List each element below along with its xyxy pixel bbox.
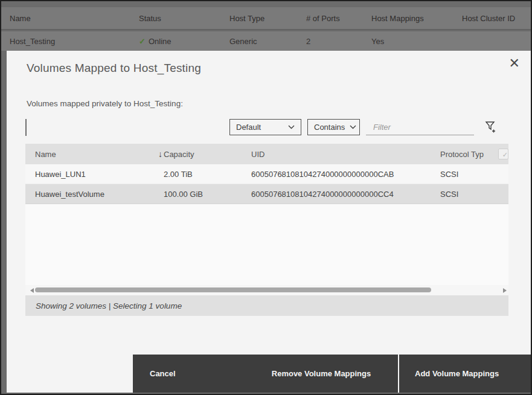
- host-name: Host_Testing: [10, 37, 55, 46]
- check-icon: ✓: [139, 37, 146, 46]
- host-ports: 2: [306, 37, 310, 46]
- cancel-button[interactable]: Cancel: [133, 355, 229, 393]
- scrollbar-thumb[interactable]: [35, 287, 431, 292]
- add-filter-icon[interactable]: [484, 120, 498, 134]
- chevron-down-icon: [350, 125, 356, 129]
- volume-capacity: 100.00 GiB: [164, 190, 251, 199]
- volumes-col-capacity[interactable]: Capacity: [164, 150, 251, 159]
- volume-name: Huawei_testVolume: [25, 190, 164, 199]
- hosts-col-ports[interactable]: # of Ports: [306, 14, 340, 23]
- volume-name: Huawei_LUN1: [25, 170, 164, 179]
- hosts-col-host-mappings[interactable]: Host Mappings: [371, 14, 424, 23]
- hosts-col-host-type[interactable]: Host Type: [229, 14, 264, 23]
- host-mappings: Yes: [371, 37, 384, 46]
- hosts-col-name[interactable]: Name: [10, 14, 31, 23]
- volume-protocol: SCSI: [440, 170, 508, 179]
- toolbar-divider: [25, 119, 27, 136]
- scroll-left-icon[interactable]: [30, 288, 34, 293]
- filter-scope-value: Default: [236, 123, 261, 132]
- close-icon[interactable]: ✕: [507, 54, 522, 72]
- volume-capacity: 2.00 TiB: [164, 170, 251, 179]
- volumes-table: Name ↓ Capacity UID Protocol Typ ✓ Huawe…: [25, 144, 508, 316]
- filter-input[interactable]: [366, 119, 474, 135]
- volumes-table-body: Huawei_LUN1 2.00 TiB 6005076810810427400…: [25, 164, 508, 285]
- horizontal-scrollbar[interactable]: [25, 285, 508, 295]
- scroll-right-icon[interactable]: [503, 288, 507, 293]
- host-status-label: Online: [149, 37, 171, 46]
- host-status: ✓Online: [139, 37, 171, 46]
- filter-match-value: Contains: [314, 123, 345, 132]
- volumes-table-header: Name ↓ Capacity UID Protocol Typ ✓: [25, 144, 508, 164]
- volume-uid: 60050768108104274000000000000CC4: [251, 190, 440, 199]
- host-row-host-testing[interactable]: Host_Testing ✓Online Generic 2 Yes: [1, 31, 531, 51]
- hosts-table-header: Name Status Host Type # of Ports Host Ma…: [1, 7, 531, 30]
- dialog-title: Volumes Mapped to Host_Testing: [27, 62, 201, 75]
- dialog-description: Volumes mapped privately to Host_Testing…: [27, 99, 183, 108]
- filter-match-dropdown[interactable]: Contains: [307, 119, 360, 135]
- volume-row[interactable]: Huawei_LUN1 2.00 TiB 6005076810810427400…: [25, 164, 508, 184]
- volumes-col-name-label: Name: [35, 150, 56, 159]
- dialog-footer: Cancel Remove Volume Mappings Add Volume…: [133, 355, 531, 393]
- chevron-down-icon: [288, 125, 295, 129]
- column-settings-icon[interactable]: ✓: [498, 149, 508, 159]
- filter-scope-dropdown[interactable]: Default: [229, 119, 301, 135]
- add-volume-mappings-button[interactable]: Add Volume Mappings: [399, 355, 531, 393]
- hosts-col-status[interactable]: Status: [139, 14, 161, 23]
- volume-uid: 60050768108104274000000000000CAB: [251, 170, 440, 179]
- volumes-col-uid[interactable]: UID: [251, 150, 440, 159]
- volume-protocol: SCSI: [440, 190, 508, 199]
- sort-descending-icon[interactable]: ↓: [158, 149, 162, 159]
- volumes-mapped-dialog: ✕ Volumes Mapped to Host_Testing Volumes…: [7, 51, 531, 393]
- volumes-col-name[interactable]: Name ↓: [25, 149, 164, 159]
- remove-volume-mappings-button[interactable]: Remove Volume Mappings: [237, 355, 406, 393]
- volume-row-selected[interactable]: Huawei_testVolume 100.00 GiB 60050768108…: [25, 184, 508, 204]
- host-type: Generic: [229, 37, 257, 46]
- screen: Name Status Host Type # of Ports Host Ma…: [0, 0, 532, 395]
- hosts-col-host-cluster-id[interactable]: Host Cluster ID: [462, 14, 515, 23]
- table-status-bar: Showing 2 volumes | Selecting 1 volume: [25, 295, 508, 316]
